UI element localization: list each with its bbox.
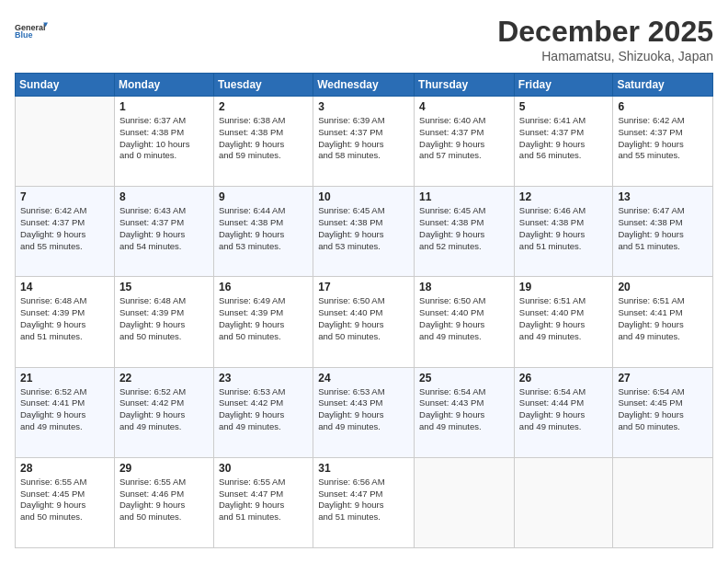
day-cell (415, 457, 515, 547)
day-number: 23 (219, 372, 308, 385)
day-number: 14 (20, 281, 109, 293)
day-cell: 23Sunrise: 6:53 AM Sunset: 4:42 PM Dayli… (213, 367, 313, 457)
day-number: 15 (119, 281, 209, 293)
day-cell: 3Sunrise: 6:39 AM Sunset: 4:37 PM Daylig… (313, 97, 415, 187)
day-number: 20 (618, 281, 708, 293)
day-cell: 20Sunrise: 6:51 AM Sunset: 4:41 PM Dayli… (613, 277, 713, 367)
day-detail: Sunrise: 6:50 AM Sunset: 4:40 PM Dayligh… (318, 295, 409, 342)
day-cell (613, 457, 713, 547)
header-day: Saturday (613, 74, 713, 97)
day-number: 6 (618, 100, 708, 113)
logo: General Blue (15, 15, 48, 48)
logo-svg: General Blue (15, 15, 48, 48)
day-cell: 4Sunrise: 6:40 AM Sunset: 4:37 PM Daylig… (415, 97, 515, 187)
day-number: 18 (419, 281, 509, 293)
day-detail: Sunrise: 6:54 AM Sunset: 4:45 PM Dayligh… (618, 386, 708, 433)
day-cell: 29Sunrise: 6:55 AM Sunset: 4:46 PM Dayli… (114, 457, 213, 547)
week-row: 21Sunrise: 6:52 AM Sunset: 4:41 PM Dayli… (16, 367, 713, 457)
day-detail: Sunrise: 6:43 AM Sunset: 4:37 PM Dayligh… (119, 205, 209, 252)
day-detail: Sunrise: 6:55 AM Sunset: 4:46 PM Dayligh… (119, 477, 209, 523)
day-number: 21 (20, 372, 109, 385)
day-number: 4 (419, 100, 509, 113)
header-day: Sunday (16, 74, 115, 97)
day-cell: 28Sunrise: 6:55 AM Sunset: 4:45 PM Dayli… (16, 457, 115, 547)
day-cell: 5Sunrise: 6:41 AM Sunset: 4:37 PM Daylig… (514, 97, 613, 187)
day-number: 3 (318, 100, 409, 113)
day-number: 19 (519, 281, 609, 293)
day-cell: 14Sunrise: 6:48 AM Sunset: 4:39 PM Dayli… (16, 277, 115, 367)
week-row: 28Sunrise: 6:55 AM Sunset: 4:45 PM Dayli… (16, 457, 713, 547)
day-detail: Sunrise: 6:54 AM Sunset: 4:44 PM Dayligh… (519, 386, 609, 433)
day-cell: 9Sunrise: 6:44 AM Sunset: 4:38 PM Daylig… (213, 187, 313, 277)
day-detail: Sunrise: 6:39 AM Sunset: 4:37 PM Dayligh… (318, 115, 409, 162)
day-number: 8 (119, 190, 209, 203)
subtitle: Hamamatsu, Shizuoka, Japan (497, 49, 713, 63)
day-detail: Sunrise: 6:52 AM Sunset: 4:42 PM Dayligh… (119, 386, 209, 433)
header: General Blue December 2025 Hamamatsu, Sh… (15, 15, 713, 63)
day-detail: Sunrise: 6:50 AM Sunset: 4:40 PM Dayligh… (419, 295, 509, 342)
day-detail: Sunrise: 6:44 AM Sunset: 4:38 PM Dayligh… (219, 205, 308, 252)
header-day: Friday (514, 74, 613, 97)
header-day: Thursday (415, 74, 515, 97)
day-cell: 22Sunrise: 6:52 AM Sunset: 4:42 PM Dayli… (114, 367, 213, 457)
day-number: 7 (20, 190, 109, 203)
week-row: 7Sunrise: 6:42 AM Sunset: 4:37 PM Daylig… (16, 187, 713, 277)
day-cell: 31Sunrise: 6:56 AM Sunset: 4:47 PM Dayli… (313, 457, 415, 547)
day-number: 29 (119, 462, 209, 475)
day-detail: Sunrise: 6:53 AM Sunset: 4:43 PM Dayligh… (318, 386, 409, 433)
day-cell: 10Sunrise: 6:45 AM Sunset: 4:38 PM Dayli… (313, 187, 415, 277)
svg-text:Blue: Blue (15, 30, 33, 40)
day-number: 16 (219, 281, 308, 293)
day-number: 25 (419, 372, 509, 385)
day-cell: 27Sunrise: 6:54 AM Sunset: 4:45 PM Dayli… (613, 367, 713, 457)
day-cell: 1Sunrise: 6:37 AM Sunset: 4:38 PM Daylig… (114, 97, 213, 187)
day-number: 31 (318, 462, 409, 475)
header-day: Wednesday (313, 74, 415, 97)
day-cell: 17Sunrise: 6:50 AM Sunset: 4:40 PM Dayli… (313, 277, 415, 367)
day-detail: Sunrise: 6:51 AM Sunset: 4:40 PM Dayligh… (519, 295, 609, 342)
page: General Blue December 2025 Hamamatsu, Sh… (0, 0, 728, 563)
day-cell: 18Sunrise: 6:50 AM Sunset: 4:40 PM Dayli… (415, 277, 515, 367)
day-detail: Sunrise: 6:55 AM Sunset: 4:47 PM Dayligh… (219, 477, 308, 523)
day-detail: Sunrise: 6:48 AM Sunset: 4:39 PM Dayligh… (119, 295, 209, 342)
day-number: 10 (318, 190, 409, 203)
day-detail: Sunrise: 6:41 AM Sunset: 4:37 PM Dayligh… (519, 115, 609, 162)
day-number: 9 (219, 190, 308, 203)
day-number: 1 (119, 100, 209, 113)
day-detail: Sunrise: 6:54 AM Sunset: 4:43 PM Dayligh… (419, 386, 509, 433)
day-number: 12 (519, 190, 609, 203)
header-day: Monday (114, 74, 213, 97)
calendar-table: SundayMondayTuesdayWednesdayThursdayFrid… (15, 73, 713, 548)
day-cell: 15Sunrise: 6:48 AM Sunset: 4:39 PM Dayli… (114, 277, 213, 367)
day-number: 5 (519, 100, 609, 113)
day-cell: 26Sunrise: 6:54 AM Sunset: 4:44 PM Dayli… (514, 367, 613, 457)
day-cell: 12Sunrise: 6:46 AM Sunset: 4:38 PM Dayli… (514, 187, 613, 277)
day-cell (16, 97, 115, 187)
day-number: 22 (119, 372, 209, 385)
day-detail: Sunrise: 6:48 AM Sunset: 4:39 PM Dayligh… (20, 295, 109, 342)
day-detail: Sunrise: 6:49 AM Sunset: 4:39 PM Dayligh… (219, 295, 308, 342)
day-cell: 30Sunrise: 6:55 AM Sunset: 4:47 PM Dayli… (213, 457, 313, 547)
day-detail: Sunrise: 6:51 AM Sunset: 4:41 PM Dayligh… (618, 295, 708, 342)
day-cell (514, 457, 613, 547)
day-number: 26 (519, 372, 609, 385)
day-cell: 21Sunrise: 6:52 AM Sunset: 4:41 PM Dayli… (16, 367, 115, 457)
header-day: Tuesday (213, 74, 313, 97)
day-cell: 19Sunrise: 6:51 AM Sunset: 4:40 PM Dayli… (514, 277, 613, 367)
day-cell: 13Sunrise: 6:47 AM Sunset: 4:38 PM Dayli… (613, 187, 713, 277)
day-number: 2 (219, 100, 308, 113)
day-number: 30 (219, 462, 308, 475)
day-detail: Sunrise: 6:38 AM Sunset: 4:38 PM Dayligh… (219, 115, 308, 162)
day-cell: 7Sunrise: 6:42 AM Sunset: 4:37 PM Daylig… (16, 187, 115, 277)
day-detail: Sunrise: 6:52 AM Sunset: 4:41 PM Dayligh… (20, 386, 109, 433)
day-cell: 8Sunrise: 6:43 AM Sunset: 4:37 PM Daylig… (114, 187, 213, 277)
day-number: 24 (318, 372, 409, 385)
month-title: December 2025 (497, 15, 713, 49)
day-number: 13 (618, 190, 708, 203)
title-block: December 2025 Hamamatsu, Shizuoka, Japan (497, 15, 713, 63)
day-cell: 11Sunrise: 6:45 AM Sunset: 4:38 PM Dayli… (415, 187, 515, 277)
week-row: 14Sunrise: 6:48 AM Sunset: 4:39 PM Dayli… (16, 277, 713, 367)
day-detail: Sunrise: 6:42 AM Sunset: 4:37 PM Dayligh… (20, 205, 109, 252)
day-detail: Sunrise: 6:47 AM Sunset: 4:38 PM Dayligh… (618, 205, 708, 252)
day-detail: Sunrise: 6:55 AM Sunset: 4:45 PM Dayligh… (20, 477, 109, 523)
